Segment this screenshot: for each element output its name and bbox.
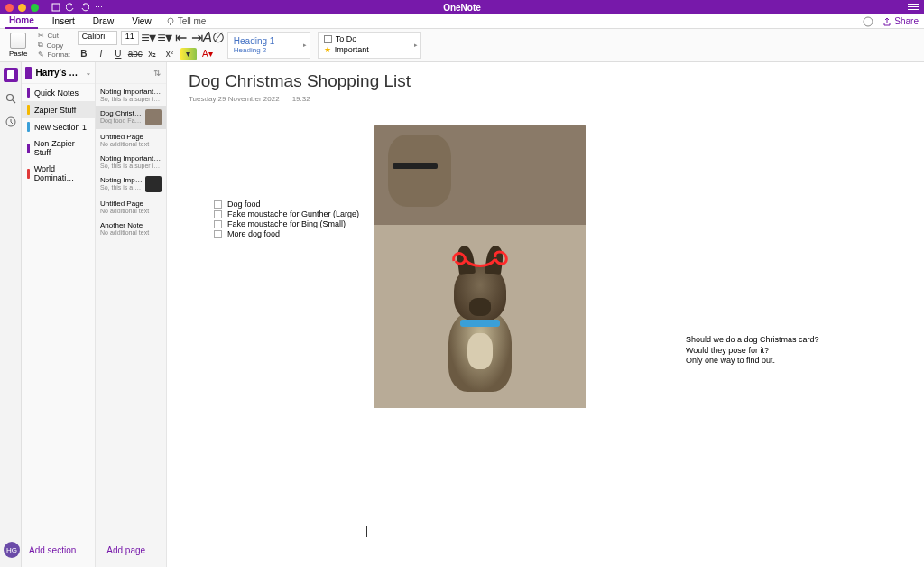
footer: HG Add section Add page	[0, 542, 145, 558]
page-item[interactable]: Noting Important…So, this is a super im…	[96, 151, 166, 172]
text-cursor	[366, 526, 367, 537]
checklist-text[interactable]: Dog food	[227, 200, 261, 209]
rail-recent[interactable]	[4, 115, 18, 129]
page-item[interactable]: Untitled PageNo additional text	[96, 129, 166, 151]
inserted-image[interactable]	[374, 125, 586, 408]
paste-button[interactable]: Paste	[9, 33, 27, 58]
menubar: Home Insert Draw View Tell me Share	[0, 14, 924, 29]
chevron-down-icon: ⌄	[86, 70, 91, 77]
note-canvas[interactable]: Dog Christmas Shopping List Tuesday 29 N…	[167, 62, 924, 567]
notebook-selector[interactable]: Harry's Notebook ⌄	[22, 62, 95, 84]
checkbox[interactable]	[214, 210, 222, 218]
section-item[interactable]: Quick Notes	[22, 84, 95, 101]
menu-insert[interactable]: Insert	[49, 14, 79, 28]
page-timestamp: Tuesday 29 November 202219:32	[189, 95, 310, 103]
section-item[interactable]: New Section 1	[22, 118, 95, 135]
share-button[interactable]: Share	[882, 16, 919, 26]
section-label: Quick Notes	[34, 88, 79, 98]
section-label: Non-Zapier Stuff	[34, 139, 89, 157]
page-item-title: Noting Imp…	[100, 176, 143, 184]
page-thumbnail	[145, 176, 162, 192]
section-column: Harry's Notebook ⌄ Quick NotesZapier Stu…	[22, 62, 96, 567]
minimize-window[interactable]	[18, 4, 26, 12]
rail-notebooks[interactable]	[4, 68, 18, 82]
svg-rect-3	[908, 9, 919, 10]
tell-me[interactable]: Tell me	[166, 16, 207, 26]
section-color-bar	[27, 88, 30, 98]
more-icon[interactable]: ⋯	[95, 3, 103, 12]
superscript-button[interactable]: x²	[163, 48, 176, 60]
page-item-preview: So, this is a super im…	[100, 96, 162, 102]
checkbox-icon	[324, 35, 332, 43]
menu-draw[interactable]: Draw	[89, 14, 117, 28]
page-item-title: Noting Important…	[100, 88, 162, 96]
svg-rect-7	[7, 70, 14, 79]
brush-icon: ✎	[38, 51, 44, 59]
subscript-button[interactable]: x₂	[146, 48, 159, 60]
section-color-bar	[27, 144, 30, 153]
sort-icon[interactable]: ⇅	[153, 68, 161, 78]
font-size-select[interactable]: 11	[121, 31, 139, 45]
font-color-button[interactable]: A▾	[201, 48, 214, 60]
checkbox[interactable]	[214, 230, 222, 238]
svg-rect-2	[908, 6, 919, 7]
checklist-text[interactable]: Fake moustache for Gunther (Large)	[227, 209, 359, 218]
chevron-down-icon: ▸	[414, 42, 418, 49]
outdent-button[interactable]: ⇤	[175, 32, 188, 44]
section-item[interactable]: World Dominati…	[22, 161, 95, 186]
copy-button[interactable]: ⧉Copy	[38, 41, 69, 50]
checklist-text[interactable]: More dog food	[227, 229, 280, 238]
redo-icon[interactable]	[80, 0, 89, 15]
font-family-select[interactable]: Calibri	[78, 31, 117, 45]
checkbox[interactable]	[214, 200, 222, 209]
page-column: ⇅ Noting Important…So, this is a super i…	[96, 62, 167, 567]
rail-search[interactable]	[4, 91, 18, 106]
clear-format-button[interactable]: A∅	[208, 32, 220, 44]
svg-line-9	[13, 100, 15, 103]
copy-icon: ⧉	[38, 41, 43, 50]
save-icon[interactable]	[51, 0, 60, 15]
page-item-preview: No additional text	[100, 229, 162, 236]
section-color-bar	[27, 122, 30, 132]
cut-button[interactable]: ✂Cut	[38, 32, 69, 40]
add-page-button[interactable]: Add page	[106, 545, 145, 555]
checkbox[interactable]	[214, 220, 222, 228]
checklist[interactable]: Dog foodFake moustache for Gunther (Larg…	[214, 200, 359, 239]
underline-button[interactable]: U	[112, 48, 125, 60]
close-window[interactable]	[5, 4, 14, 12]
bullet-list-button[interactable]: ≡▾	[143, 32, 155, 44]
bold-button[interactable]: B	[78, 48, 90, 60]
highlight-button[interactable]: ▾	[180, 48, 197, 60]
section-item[interactable]: Zapier Stuff	[22, 101, 95, 118]
italic-button[interactable]: I	[95, 48, 107, 60]
styles-gallery[interactable]: Heading 1 Heading 2 ▸	[227, 32, 310, 59]
svg-point-6	[864, 17, 873, 26]
add-section-button[interactable]: Add section	[29, 545, 76, 555]
page-item[interactable]: Another NoteNo additional text	[96, 218, 166, 239]
format-painter-button[interactable]: ✎Format	[38, 51, 69, 59]
page-item-preview: No additional text	[100, 208, 162, 214]
number-list-button[interactable]: ≡▾	[159, 32, 171, 44]
user-avatar[interactable]: HG	[4, 542, 20, 558]
section-label: Zapier Stuff	[34, 106, 76, 115]
page-title[interactable]: Dog Christmas Shopping List	[189, 71, 411, 91]
page-item-preview: So, this is a s…	[100, 184, 143, 191]
menu-view[interactable]: View	[128, 14, 155, 28]
page-item[interactable]: Untitled PageNo additional text	[96, 196, 166, 218]
section-item[interactable]: Non-Zapier Stuff	[22, 135, 95, 161]
checklist-text[interactable]: Fake moustache for Bing (Small)	[227, 219, 346, 228]
strike-button[interactable]: abc	[129, 48, 142, 60]
tags-gallery[interactable]: To Do ★Important ▸	[318, 32, 421, 59]
page-item[interactable]: Noting Imp…So, this is a s…	[96, 172, 166, 196]
page-item[interactable]: Dog Christ…Dog food Fa…	[96, 106, 166, 129]
titlebar-menu-icon[interactable]	[908, 0, 919, 15]
scissors-icon: ✂	[38, 32, 44, 40]
undo-icon[interactable]	[66, 0, 75, 15]
ink-annotation	[445, 243, 517, 279]
page-item[interactable]: Noting Important…So, this is a super im…	[96, 84, 166, 106]
text-note[interactable]: Should we do a dog Christmas card?Would …	[686, 335, 819, 367]
maximize-window[interactable]	[31, 4, 39, 12]
section-label: World Dominati…	[34, 164, 89, 182]
menu-home[interactable]: Home	[5, 14, 38, 29]
notification-icon[interactable]	[863, 16, 873, 27]
